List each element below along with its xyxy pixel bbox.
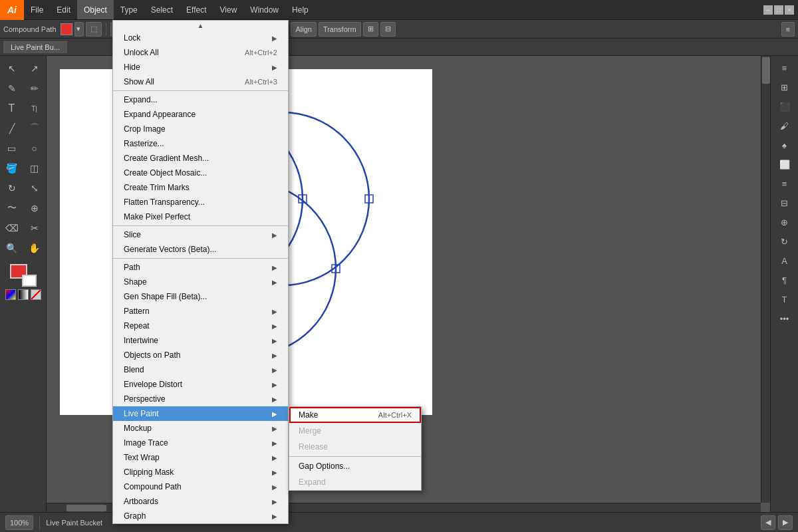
symbols-btn[interactable]: ♠ [775, 136, 795, 154]
menu-hide[interactable]: Hide ▶ [113, 60, 288, 74]
menu-perspective[interactable]: Perspective ▶ [113, 392, 288, 406]
menu-object-mosaic[interactable]: Create Object Mosaic... [113, 166, 288, 180]
menu-type[interactable]: Type [114, 0, 144, 19]
direct-select-tool[interactable]: ↗ [24, 59, 45, 78]
menu-shape[interactable]: Shape ▶ [113, 275, 288, 289]
none-btn[interactable] [31, 289, 41, 300]
minimize-btn[interactable]: ─ [763, 5, 773, 15]
menu-mockup[interactable]: Mockup ▶ [113, 421, 288, 436]
pen-tool[interactable]: ✎ [1, 79, 23, 98]
menu-expand-appearance[interactable]: Expand Appearance [113, 107, 288, 122]
color-swatch-red[interactable] [61, 23, 72, 35]
zoom-display[interactable]: 100% [5, 515, 33, 530]
brushes-btn[interactable]: 🖌 [775, 117, 795, 134]
paintbucket-tool[interactable]: 🪣 [1, 159, 23, 178]
panel-toggle[interactable]: ≡ [781, 22, 795, 37]
menu-intertwine[interactable]: Intertwine ▶ [113, 333, 288, 348]
scale-tool[interactable]: ⤡ [24, 179, 45, 198]
menu-view[interactable]: View [213, 0, 244, 19]
menu-pixel-perfect[interactable]: Make Pixel Perfect [113, 209, 288, 224]
hand-tool[interactable]: ✋ [24, 239, 45, 257]
close-btn[interactable]: × [785, 5, 794, 15]
align-btn[interactable]: Align [291, 22, 316, 37]
more-panel-btn[interactable]: ••• [775, 310, 795, 327]
line-tool[interactable]: ╱ [1, 119, 23, 138]
gradient-tool[interactable]: ◫ [24, 159, 45, 178]
shape-builder-tool[interactable]: ⊕ [24, 199, 45, 217]
menu-artboards[interactable]: Artboards ▶ [113, 494, 288, 509]
menu-edit[interactable]: Edit [50, 0, 77, 19]
menu-image-trace[interactable]: Image Trace ▶ [113, 436, 288, 450]
menu-effect[interactable]: Effect [180, 0, 213, 19]
menu-trim-marks[interactable]: Create Trim Marks [113, 180, 288, 195]
graphic-styles-btn[interactable]: ⬜ [775, 156, 795, 173]
scissor-tool[interactable]: ✂ [24, 219, 45, 237]
menu-select[interactable]: Select [144, 0, 180, 19]
lp-expand-item[interactable]: Expand [289, 474, 421, 490]
tool-options-btn[interactable]: ⬚ [86, 22, 102, 37]
eraser-tool[interactable]: ⌫ [1, 219, 23, 237]
type-panel-btn[interactable]: T [775, 291, 795, 308]
menu-lock[interactable]: Lock ▶ [113, 31, 288, 45]
menu-compound-path[interactable]: Compound Path ▶ [113, 479, 288, 494]
lp-make-item[interactable]: Make Alt+Ctrl+X [289, 407, 421, 423]
align-panel-btn[interactable]: ⊟ [775, 194, 795, 211]
menu-expand[interactable]: Expand... [113, 92, 288, 107]
maximize-btn[interactable]: □ [774, 5, 783, 15]
swatches-btn[interactable]: ⬛ [775, 98, 795, 115]
menu-window[interactable]: Window [243, 0, 285, 19]
menu-unlock-all[interactable]: Unlock All Alt+Ctrl+2 [113, 45, 288, 60]
lp-merge-item[interactable]: Merge [289, 423, 421, 439]
menu-show-all[interactable]: Show All Alt+Ctrl+3 [113, 74, 288, 89]
menu-objects-on-path[interactable]: Objects on Path ▶ [113, 348, 288, 362]
pencil-tool[interactable]: ✏ [24, 79, 45, 98]
menu-path[interactable]: Path ▶ [113, 260, 288, 275]
transform-panel-btn[interactable]: ↻ [775, 233, 795, 250]
properties-btn[interactable]: ≡ [775, 59, 795, 76]
lp-gap-options-item[interactable]: Gap Options... [289, 458, 421, 474]
area-type-tool[interactable]: T| [24, 99, 45, 118]
warp-tool[interactable]: 〜 [1, 199, 23, 217]
menu-live-paint[interactable]: Live Paint ▶ [113, 406, 288, 421]
rotate-tool[interactable]: ↻ [1, 179, 23, 198]
appearance-btn[interactable]: ≡ [775, 175, 795, 192]
bottom-next-btn[interactable]: ▶ [778, 515, 793, 530]
menu-help[interactable]: Help [285, 0, 315, 19]
vertical-scrollbar[interactable] [761, 56, 770, 503]
char-panel-btn[interactable]: A [775, 252, 795, 269]
arrange-btn[interactable]: ⊞ [363, 22, 378, 37]
bottom-prev-btn[interactable]: ◀ [761, 515, 775, 530]
menu-slice[interactable]: Slice ▶ [113, 227, 288, 242]
arc-tool[interactable]: ⌒ [24, 119, 45, 138]
menu-rasterize[interactable]: Rasterize... [113, 136, 288, 151]
menu-object[interactable]: Object [77, 0, 114, 19]
para-panel-btn[interactable]: ¶ [775, 271, 795, 289]
swatch-dropdown[interactable]: ▾ [74, 22, 84, 37]
zoom-tool[interactable]: 🔍 [1, 239, 23, 257]
menu-gradient-mesh[interactable]: Create Gradient Mesh... [113, 151, 288, 166]
pathfinder-btn[interactable]: ⊕ [775, 213, 795, 231]
canvas-tab[interactable]: Live Paint Bu... [3, 41, 67, 53]
layers-btn[interactable]: ⊞ [775, 78, 795, 96]
menu-gen-shape-fill[interactable]: Gen Shape Fill (Beta)... [113, 289, 288, 304]
menu-text-wrap[interactable]: Text Wrap ▶ [113, 450, 288, 465]
menu-pattern[interactable]: Pattern ▶ [113, 304, 288, 319]
lp-release-item[interactable]: Release [289, 439, 421, 455]
distribute-btn[interactable]: ⊟ [380, 22, 396, 37]
menu-blend[interactable]: Blend ▶ [113, 362, 288, 377]
gradient-btn[interactable] [18, 289, 29, 300]
stroke-swatch[interactable] [22, 275, 37, 287]
color-btn[interactable] [5, 289, 16, 300]
transform-btn[interactable]: Transform [319, 22, 361, 37]
menu-gen-vectors[interactable]: Generate Vectors (Beta)... [113, 242, 288, 257]
menu-flatten-transparency[interactable]: Flatten Transparency... [113, 195, 288, 209]
menu-clipping-mask[interactable]: Clipping Mask ▶ [113, 465, 288, 479]
rect-tool[interactable]: ▭ [1, 139, 23, 158]
type-tool[interactable]: T [1, 99, 23, 118]
menu-repeat[interactable]: Repeat ▶ [113, 319, 288, 333]
menu-crop-image[interactable]: Crop Image [113, 122, 288, 136]
ellipse-tool[interactable]: ○ [24, 139, 45, 158]
menu-graph[interactable]: Graph ▶ [113, 509, 288, 523]
menu-file[interactable]: File [24, 0, 50, 19]
selection-tool[interactable]: ↖ [1, 59, 23, 78]
